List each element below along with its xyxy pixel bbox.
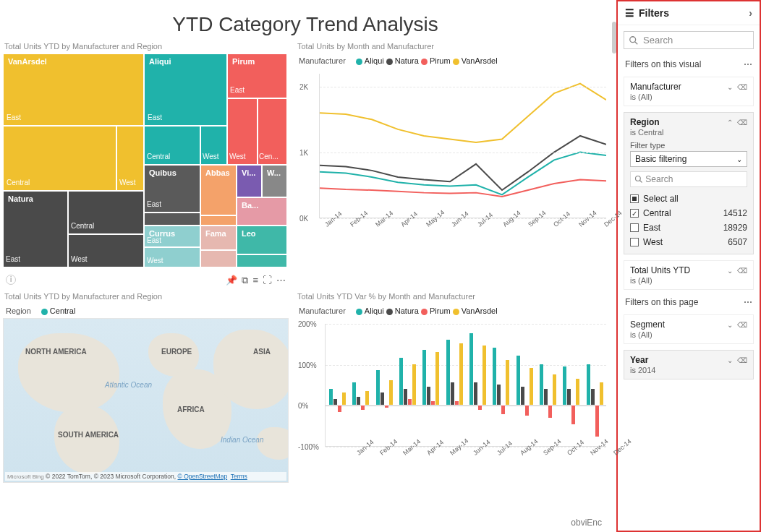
- treemap-cell[interactable]: [200, 215, 237, 226]
- filter-card-total-units[interactable]: Total Units YTD ⌄⌫ is (All): [624, 260, 754, 290]
- bar[interactable]: [548, 406, 552, 418]
- treemap-cell[interactable]: West: [144, 247, 200, 267]
- bar[interactable]: [399, 358, 403, 405]
- filter-option[interactable]: East18929: [630, 220, 747, 235]
- bar[interactable]: [591, 389, 595, 406]
- bar[interactable]: [497, 385, 501, 405]
- treemap-cell[interactable]: CurrusEast: [144, 226, 200, 247]
- bar-chart-card[interactable]: Total Units YTD Var % by Month and Manuf…: [296, 292, 611, 489]
- bar[interactable]: [516, 356, 520, 405]
- bar[interactable]: [352, 382, 356, 405]
- bar[interactable]: [404, 389, 407, 406]
- line-chart-card[interactable]: Total Units by Month and Manufacturer Ma…: [296, 42, 611, 273]
- clear-filter-icon[interactable]: ⌫: [737, 321, 747, 329]
- filter-card-manufacturer[interactable]: Manufacturer ⌄⌫ is (All): [624, 77, 754, 106]
- bar[interactable]: [563, 366, 566, 406]
- treemap-cell[interactable]: Leo: [237, 226, 287, 254]
- bar[interactable]: [451, 382, 454, 405]
- filter-card-year[interactable]: Year ⌄⌫ is 2014: [624, 350, 754, 379]
- treemap-cell[interactable]: West: [68, 234, 144, 267]
- filter-card-region[interactable]: Region ⌃⌫ is Central Filter type Basic f…: [624, 112, 754, 254]
- scrollbar[interactable]: [612, 22, 616, 53]
- filter-option[interactable]: West6507: [630, 235, 747, 249]
- pin-icon[interactable]: 📌: [226, 275, 237, 286]
- treemap-cell[interactable]: West: [227, 98, 258, 165]
- bar[interactable]: [469, 333, 473, 405]
- bar[interactable]: [357, 397, 360, 405]
- chevron-down-icon[interactable]: ⌄: [727, 356, 733, 364]
- checkbox-icon[interactable]: [630, 223, 639, 232]
- info-icon[interactable]: i: [6, 275, 16, 285]
- treemap-cell[interactable]: Fama: [200, 226, 237, 250]
- bar[interactable]: [422, 350, 426, 406]
- treemap-card[interactable]: Total Units YTD by Manufacturer and Regi…: [3, 42, 289, 273]
- bar[interactable]: [435, 352, 439, 406]
- bar[interactable]: [385, 406, 388, 408]
- copy-icon[interactable]: ⧉: [242, 275, 248, 286]
- bar[interactable]: [376, 370, 380, 405]
- treemap-cell[interactable]: [144, 213, 200, 226]
- region-search[interactable]: Search: [630, 171, 747, 187]
- treemap-cell[interactable]: West: [200, 126, 227, 165]
- bar[interactable]: [338, 406, 341, 412]
- bar[interactable]: [380, 392, 384, 405]
- bar[interactable]: [506, 360, 509, 405]
- treemap-cell[interactable]: Abbas: [200, 165, 237, 215]
- bar[interactable]: [501, 406, 505, 413]
- bar[interactable]: [478, 406, 482, 410]
- bar[interactable]: [446, 340, 450, 406]
- bar[interactable]: [530, 368, 533, 405]
- bar[interactable]: [408, 399, 412, 406]
- bar[interactable]: [571, 406, 575, 424]
- bar[interactable]: [587, 364, 590, 406]
- bar[interactable]: [365, 391, 369, 406]
- bar[interactable]: [553, 374, 556, 406]
- bar[interactable]: [576, 379, 579, 406]
- treemap-cell[interactable]: Cen...: [258, 98, 287, 165]
- treemap-cell[interactable]: NaturaEast: [3, 191, 68, 267]
- checkbox-icon[interactable]: [630, 209, 639, 218]
- bar[interactable]: [493, 348, 496, 405]
- filters-search[interactable]: Search: [624, 31, 754, 49]
- clear-filter-icon[interactable]: ⌫: [737, 356, 747, 364]
- bar[interactable]: [455, 401, 459, 406]
- terms-link[interactable]: Terms: [231, 473, 247, 480]
- focus-icon[interactable]: ⛶: [263, 275, 272, 286]
- bar[interactable]: [427, 387, 430, 406]
- collapse-panel-icon[interactable]: ›: [749, 7, 752, 19]
- chevron-down-icon[interactable]: ⌄: [727, 267, 733, 275]
- treemap-cell[interactable]: Central: [144, 126, 200, 165]
- chevron-down-icon[interactable]: ⌄: [727, 83, 733, 91]
- checkbox-icon[interactable]: [630, 238, 639, 246]
- clear-filter-icon[interactable]: ⌫: [737, 267, 747, 275]
- bar[interactable]: [544, 389, 548, 406]
- treemap-cell[interactable]: [200, 250, 237, 267]
- filter-option[interactable]: Central14512: [630, 206, 747, 220]
- option-select-all[interactable]: Select all: [630, 192, 747, 206]
- treemap-cell[interactable]: PirumEast: [227, 53, 287, 98]
- treemap-cell[interactable]: Ba...: [237, 197, 287, 226]
- map-card[interactable]: Total Units YTD by Manufacturer and Regi…: [3, 292, 289, 489]
- treemap-cell[interactable]: [237, 254, 287, 267]
- treemap-cell[interactable]: Central: [3, 126, 116, 191]
- bar[interactable]: [342, 392, 346, 405]
- bar[interactable]: [329, 389, 333, 406]
- bar[interactable]: [521, 387, 524, 406]
- bar[interactable]: [474, 382, 477, 405]
- treemap-cell[interactable]: QuibusEast: [144, 165, 200, 213]
- treemap-cell[interactable]: W...: [262, 165, 287, 197]
- filter-type-dropdown[interactable]: Basic filtering⌄: [630, 151, 747, 167]
- more-icon[interactable]: ⋯: [276, 275, 286, 286]
- bar[interactable]: [482, 346, 486, 405]
- treemap-cell[interactable]: VanArsdelEast: [3, 53, 144, 126]
- clear-filter-icon[interactable]: ⌫: [737, 119, 747, 126]
- bar[interactable]: [389, 380, 393, 405]
- bar[interactable]: [595, 406, 599, 437]
- bar[interactable]: [459, 343, 463, 405]
- bar[interactable]: [600, 382, 603, 405]
- filter-card-segment[interactable]: Segment ⌄⌫ is (All): [624, 314, 754, 344]
- osm-link[interactable]: © OpenStreetMap: [178, 473, 228, 480]
- filter-icon[interactable]: ≡: [252, 275, 258, 286]
- bar[interactable]: [540, 364, 543, 406]
- treemap-cell[interactable]: AliquiEast: [144, 53, 227, 126]
